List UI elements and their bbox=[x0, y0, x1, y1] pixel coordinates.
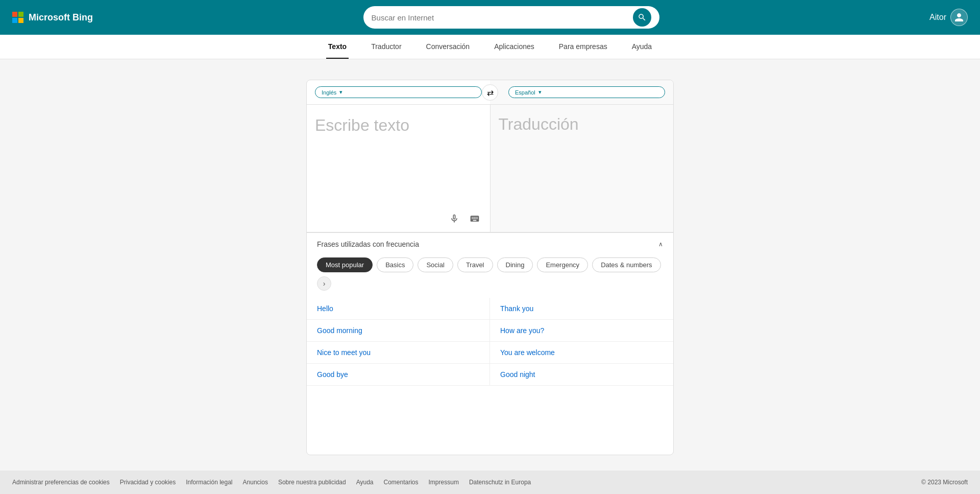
category-dates-numbers[interactable]: Dates & numbers bbox=[592, 257, 660, 272]
phrases-header: Frases utilizadas con frecuencia ∧ bbox=[307, 233, 673, 255]
microphone-icon bbox=[449, 214, 459, 224]
user-name: Aitor bbox=[929, 13, 946, 22]
swap-languages-button[interactable]: ⇄ bbox=[482, 84, 498, 101]
footer: Administrar preferencias de cookies Priv… bbox=[0, 471, 980, 494]
keyboard-button[interactable] bbox=[468, 211, 482, 226]
nav: Texto Traductor Conversación Aplicacione… bbox=[0, 35, 980, 59]
footer-link-about-ads[interactable]: Sobre nuestra publicidad bbox=[278, 479, 346, 486]
more-categories-button[interactable]: › bbox=[317, 276, 331, 291]
phrase-hello[interactable]: Hello bbox=[307, 298, 490, 320]
phrases-section: Frases utilizadas con frecuencia ∧ Most … bbox=[307, 232, 673, 386]
nav-item-para-empresas[interactable]: Para empresas bbox=[557, 35, 609, 59]
target-lang-row: Español ▾ bbox=[490, 80, 673, 105]
microphone-button[interactable] bbox=[447, 211, 461, 226]
panels-header: Inglés ▾ ⇄ Español ▾ bbox=[307, 80, 673, 105]
source-language-label: Inglés bbox=[322, 89, 336, 96]
footer-link-comments[interactable]: Comentarios bbox=[384, 479, 419, 486]
source-placeholder: Escribe texto bbox=[315, 115, 482, 136]
footer-link-impressum[interactable]: Impressum bbox=[429, 479, 459, 486]
phrase-nice-to-meet-you[interactable]: Nice to meet you bbox=[307, 342, 490, 364]
phrase-categories: Most popular Basics Social Travel Dining… bbox=[307, 255, 673, 298]
search-input[interactable] bbox=[372, 13, 629, 22]
footer-link-datenschutz[interactable]: Datenschutz in Europa bbox=[469, 479, 531, 486]
target-text-area: Traducción bbox=[491, 105, 674, 232]
keyboard-icon bbox=[470, 214, 480, 224]
nav-item-aplicaciones[interactable]: Aplicaciones bbox=[492, 35, 536, 59]
target-language-label: Español bbox=[515, 89, 535, 96]
footer-link-cookies-pref[interactable]: Administrar preferencias de cookies bbox=[12, 479, 110, 486]
nav-item-traductor[interactable]: Traductor bbox=[369, 35, 403, 59]
category-basics[interactable]: Basics bbox=[377, 257, 413, 272]
avatar bbox=[950, 9, 968, 26]
translation-placeholder: Traducción bbox=[499, 115, 666, 134]
translator-panels: Escribe texto bbox=[307, 105, 673, 232]
source-panel: Escribe texto bbox=[307, 105, 491, 232]
source-lang-row: Inglés ▾ bbox=[307, 80, 490, 105]
target-panel: Traducción bbox=[491, 105, 674, 232]
user-profile[interactable]: Aitor bbox=[929, 9, 968, 26]
header: Microsoft Bing Aitor bbox=[0, 0, 980, 35]
source-language-dropdown[interactable]: Inglés ▾ bbox=[315, 86, 482, 98]
nav-item-ayuda[interactable]: Ayuda bbox=[630, 35, 654, 59]
phrases-collapse-icon[interactable]: ∧ bbox=[658, 241, 663, 248]
search-button[interactable] bbox=[633, 8, 651, 27]
search-icon bbox=[638, 13, 647, 22]
search-bar bbox=[363, 6, 659, 29]
logo: Microsoft Bing bbox=[12, 12, 93, 23]
category-dining[interactable]: Dining bbox=[497, 257, 533, 272]
translator-container: Inglés ▾ ⇄ Español ▾ Escribe texto bbox=[306, 80, 674, 455]
footer-link-privacy[interactable]: Privacidad y cookies bbox=[120, 479, 176, 486]
brand-name: Microsoft Bing bbox=[29, 12, 93, 23]
source-text-area[interactable]: Escribe texto bbox=[307, 105, 490, 211]
phrase-good-morning[interactable]: Good morning bbox=[307, 320, 490, 342]
footer-link-legal[interactable]: Información legal bbox=[186, 479, 232, 486]
footer-link-ads[interactable]: Anuncios bbox=[243, 479, 268, 486]
target-language-dropdown[interactable]: Español ▾ bbox=[508, 86, 665, 98]
phrase-good-night[interactable]: Good night bbox=[490, 364, 673, 386]
source-icons bbox=[307, 211, 490, 232]
phrase-thank-you[interactable]: Thank you bbox=[490, 298, 673, 320]
nav-item-texto[interactable]: Texto bbox=[326, 35, 349, 59]
main-content: Inglés ▾ ⇄ Español ▾ Escribe texto bbox=[0, 59, 980, 471]
search-container bbox=[93, 6, 929, 29]
nav-item-conversacion[interactable]: Conversación bbox=[424, 35, 472, 59]
phrases-grid: Hello Thank you Good morning How are you… bbox=[307, 298, 673, 386]
target-dropdown-arrow: ▾ bbox=[538, 89, 542, 96]
category-social[interactable]: Social bbox=[418, 257, 453, 272]
phrase-how-are-you[interactable]: How are you? bbox=[490, 320, 673, 342]
footer-link-help[interactable]: Ayuda bbox=[356, 479, 374, 486]
phrase-good-bye[interactable]: Good bye bbox=[307, 364, 490, 386]
category-most-popular[interactable]: Most popular bbox=[317, 257, 373, 272]
source-dropdown-arrow: ▾ bbox=[339, 89, 342, 96]
category-emergency[interactable]: Emergency bbox=[537, 257, 588, 272]
microsoft-logo-icon bbox=[12, 12, 23, 23]
copyright: © 2023 Microsoft bbox=[921, 479, 968, 486]
phrases-title: Frases utilizadas con frecuencia bbox=[317, 240, 419, 248]
user-icon bbox=[954, 12, 964, 22]
category-travel[interactable]: Travel bbox=[457, 257, 493, 272]
phrase-you-are-welcome[interactable]: You are welcome bbox=[490, 342, 673, 364]
footer-links: Administrar preferencias de cookies Priv… bbox=[12, 479, 531, 486]
